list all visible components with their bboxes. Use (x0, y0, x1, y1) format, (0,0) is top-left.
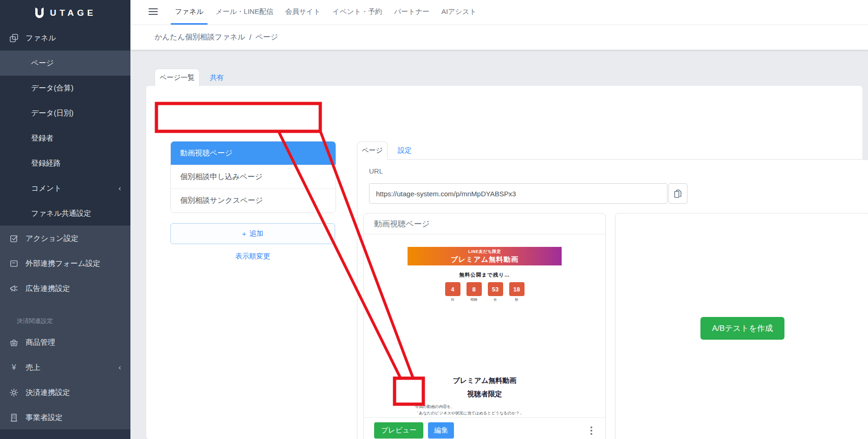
countdown-value: 53 (488, 282, 503, 296)
logo-text: UTAGE (50, 8, 96, 18)
preview-card-title: 動画視聴ページ (364, 213, 605, 234)
sidebar-item-label: データ(合算) (31, 84, 73, 93)
sidebar-item-label: 登録者 (31, 134, 53, 143)
app-logo[interactable]: UTAGE (0, 0, 130, 26)
countdown-value: 8 (466, 282, 482, 296)
preview-card-footer: プレビュー 編集 (364, 417, 605, 439)
thumbnail-banner: LINE友だち限定 プレミアム無料動画 (408, 247, 562, 265)
sidebar-item-registration-route[interactable]: 登録経路 (0, 151, 130, 176)
hamburger-menu-icon[interactable] (149, 8, 158, 17)
url-label: URL (369, 167, 383, 175)
basket-icon (8, 336, 20, 349)
sidebar-item-label: 外部連携フォーム設定 (26, 259, 100, 269)
sidebar-item-label: 売上 (26, 363, 40, 373)
countdown-value: 18 (509, 282, 525, 296)
breadcrumb-current: ページ (255, 32, 278, 42)
sidebar-item-label: 事業者設定 (26, 413, 63, 423)
sidebar-item-label: ファネル共通設定 (31, 209, 91, 219)
sidebar-item-funnel-common-settings[interactable]: ファネル共通設定 (0, 201, 130, 226)
reorder-link[interactable]: 表示順変更 (170, 252, 335, 261)
sidebar-item-registrants[interactable]: 登録者 (0, 126, 130, 151)
page-list-item-video[interactable]: 動画視聴ページ (171, 142, 336, 165)
building-icon (8, 412, 20, 424)
megaphone-icon (8, 283, 20, 295)
form-icon (8, 258, 20, 270)
sidebar: UTAGE ファネル ページ データ(合算) データ(日別) 登録者 登録経 (0, 0, 130, 439)
sidebar-bottom-strip (0, 429, 130, 439)
countdown-unit: 分 (494, 297, 497, 302)
page-thumbnail[interactable]: LINE友だち限定 プレミアム無料動画 無料公開まで残り… 4 日 8 (408, 247, 562, 417)
top-nav-items: ファネル メール・LINE配信 会員サイト イベント・予約 パートナー AIアシ… (169, 0, 483, 25)
countdown-unit: 日 (451, 297, 454, 302)
sidebar-item-external-form-settings[interactable]: 外部連携フォーム設定 (0, 251, 130, 276)
page-preview-card: 動画視聴ページ LINE友だち限定 プレミアム無料動画 無料公開まで残り… 4 (363, 213, 606, 439)
page-list: 動画視聴ページ 個別相談申し込みページ 個別相談サンクスページ (170, 141, 336, 213)
preview-button[interactable]: プレビュー (374, 422, 423, 439)
countdown-seconds: 18 秒 (509, 282, 525, 302)
banner-title: プレミアム無料動画 (451, 255, 518, 264)
add-page-button[interactable]: + 追加 (170, 223, 335, 244)
page-list-item-consult-apply[interactable]: 個別相談申し込みページ (171, 165, 336, 189)
page-list-item-consult-thanks[interactable]: 個別相談サンクスページ (171, 189, 336, 213)
tab-ai-assist[interactable]: AIアシスト (437, 0, 481, 25)
tab-detail-page[interactable]: ページ (357, 142, 388, 160)
sidebar-item-label: コメント (31, 184, 62, 194)
ab-test-panel: A/Bテストを作成 (615, 213, 868, 439)
sidebar-item-data-daily[interactable]: データ(日別) (0, 101, 130, 126)
thumbnail-body-text: 今回の動画の内容を、 「あなたのビジネスや状況に当てはめるとどうなるのか？」 (415, 404, 562, 416)
utage-logo-icon (34, 7, 45, 19)
banner-subtitle: LINE友だち限定 (468, 249, 501, 255)
countdown-minutes: 53 分 (488, 282, 503, 302)
countdown-unit: 秒 (515, 297, 518, 302)
gear-icon (8, 387, 20, 399)
tab-share[interactable]: 共有 (203, 69, 231, 86)
copy-icon (674, 189, 682, 198)
sidebar-item-comments[interactable]: コメント ‹ (0, 176, 130, 201)
tab-mail-line[interactable]: メール・LINE配信 (211, 0, 277, 25)
pages-stack-icon (8, 32, 20, 44)
kebab-menu-icon[interactable] (588, 424, 595, 438)
tab-member-site[interactable]: 会員サイト (281, 0, 324, 25)
sidebar-item-sales[interactable]: ¥ 売上 ‹ (0, 355, 130, 380)
page-detail-panel: URL 動画視聴ページ LINE友だち限定 プレミアム無料動画 無料公開まで残り… (357, 159, 868, 439)
tab-event-booking[interactable]: イベント・予約 (329, 0, 386, 25)
countdown-days: 4 日 (445, 282, 460, 302)
tab-funnel[interactable]: ファネル (171, 0, 207, 25)
sidebar-item-ad-integration-settings[interactable]: 広告連携設定 (0, 276, 130, 301)
countdown-title: 無料公開まで残り… (408, 271, 562, 278)
body-title-line1: プレミアム無料動画 (408, 374, 562, 387)
thumbnail-spacer (408, 302, 562, 374)
body-title-line2: 視聴者限定 (408, 387, 562, 401)
sidebar-item-data-total[interactable]: データ(合算) (0, 76, 130, 101)
chevron-left-icon: ‹ (118, 363, 121, 372)
preview-card-body: LINE友だち限定 プレミアム無料動画 無料公開まで残り… 4 日 8 (364, 234, 605, 417)
create-ab-test-button[interactable]: A/Bテストを作成 (700, 317, 784, 340)
sidebar-item-label: アクション設定 (26, 234, 78, 244)
edit-button[interactable]: 編集 (428, 422, 454, 439)
sidebar-item-business-settings[interactable]: 事業者設定 (0, 405, 130, 430)
copy-url-button[interactable] (668, 183, 687, 204)
sidebar-item-funnel[interactable]: ファネル (0, 26, 130, 51)
countdown-tiles: 4 日 8 時間 53 分 (408, 282, 562, 302)
tab-partner[interactable]: パートナー (390, 0, 434, 25)
sidebar-item-product-management[interactable]: 商品管理 (0, 330, 130, 355)
sidebar-item-pages[interactable]: ページ (0, 51, 130, 76)
countdown-value: 4 (445, 282, 460, 296)
thumbnail-body-title: プレミアム無料動画 視聴者限定 (408, 374, 562, 400)
sidebar-item-label: データ(日別) (31, 109, 73, 118)
sidebar-item-label: 広告連携設定 (26, 284, 70, 294)
tab-page-list[interactable]: ページ一覧 (155, 69, 200, 86)
sidebar-item-payment-integration-settings[interactable]: 決済連携設定 (0, 380, 130, 405)
plus-icon: + (242, 230, 246, 238)
top-navigation: ファネル メール・LINE配信 会員サイト イベント・予約 パートナー AIアシ… (130, 0, 868, 25)
tab-detail-settings[interactable]: 設定 (391, 142, 418, 159)
funnel-pages-card: 動画視聴ページ 個別相談申し込みページ 個別相談サンクスページ + 追加 表示順… (146, 86, 862, 439)
app-window: UTAGE ファネル ページ データ(合算) データ(日別) 登録者 登録経 (0, 0, 868, 439)
sidebar-item-label: ページ (31, 58, 54, 68)
sidebar-item-action-settings[interactable]: アクション設定 (0, 226, 130, 251)
add-page-label: 追加 (249, 229, 263, 238)
body-text-line1: 今回の動画の内容を、 (415, 404, 562, 410)
sidebar-item-label: ファネル (26, 33, 56, 43)
breadcrumb-funnel-link[interactable]: かんたん個別相談ファネル (155, 32, 245, 42)
url-input[interactable] (369, 183, 667, 204)
